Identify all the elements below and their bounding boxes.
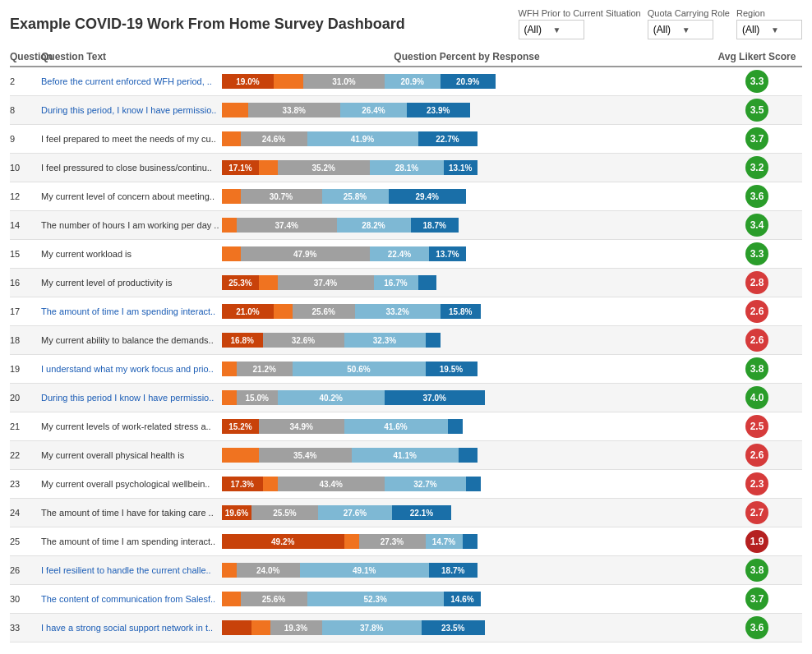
cell-score: 2.6 [712, 444, 802, 467]
col-header-score: Avg Likert Score [712, 51, 802, 62]
table-row: 30The content of communication from Sale… [10, 585, 802, 614]
cell-question-number: 14 [10, 220, 41, 230]
cell-question-number: 18 [10, 335, 41, 345]
bar-segment-3: 40.2% [278, 390, 385, 405]
cell-question-text: The amount of time I am spending interac… [41, 537, 222, 546]
bar-container: 30.7%25.8%29.4% [222, 189, 712, 204]
score-circle: 4.0 [745, 386, 768, 409]
cell-question-number: 24 [10, 508, 41, 518]
bar-segment-2: 32.6% [263, 333, 344, 348]
bar-segment-3: 32.7% [385, 477, 466, 491]
dashboard-title: Example COVID-19 Work From Home Survey D… [10, 16, 405, 33]
cell-score: 3.7 [712, 127, 802, 150]
filters-container: WFH Prior to Current Situation(All)▼Quot… [519, 8, 802, 39]
bar-segment-1 [344, 534, 359, 549]
score-circle: 2.5 [745, 415, 768, 438]
cell-chart: 24.6%41.9%22.7% [222, 131, 712, 147]
quota-filter-value: (All) [653, 24, 679, 35]
cell-question-number: 26 [10, 565, 41, 575]
bar-segment-3: 41.1% [352, 448, 459, 463]
cell-score: 2.5 [712, 415, 802, 438]
cell-chart: 19.6%25.5%27.6%22.1% [222, 504, 712, 521]
cell-question-number: 33 [10, 623, 41, 633]
bar-segment-4: 20.9% [441, 74, 496, 89]
bar-segment-1 [222, 103, 248, 117]
bar-segment-2: 30.7% [241, 189, 322, 204]
cell-chart: 21.2%50.6%19.5% [222, 361, 712, 377]
score-circle: 1.9 [745, 530, 768, 553]
cell-score: 4.0 [712, 386, 802, 409]
bar-segment-2: 25.5% [251, 505, 318, 520]
bar-segment-0: 16.8% [222, 333, 263, 348]
bar-segment-2: 15.0% [237, 390, 278, 405]
score-circle: 2.6 [745, 300, 768, 323]
bar-container: 21.2%50.6%19.5% [222, 362, 712, 376]
cell-question-text: My current overall psychological wellbei… [41, 479, 222, 489]
table-row: 16My current level of productivity is25.… [10, 269, 802, 297]
region-filter-select[interactable]: (All)▼ [736, 20, 802, 39]
bar-segment-3: 28.2% [337, 218, 411, 233]
bar-segment-2: 25.6% [241, 592, 307, 606]
bar-segment-4: 13.1% [444, 160, 478, 175]
bar-container: 33.8%26.4%23.9% [222, 103, 712, 117]
quota-filter-select[interactable]: (All)▼ [648, 20, 713, 39]
bar-segment-1 [259, 160, 278, 175]
table-row: 20During this period I know I have permi… [10, 384, 802, 412]
bar-container: 24.6%41.9%22.7% [222, 131, 712, 146]
cell-question-text: During this period, I know I have permis… [41, 105, 222, 115]
cell-question-number: 12 [10, 191, 41, 201]
cell-question-text: The amount of time I am spending interac… [41, 306, 222, 316]
score-circle: 3.5 [745, 99, 768, 122]
cell-question-text: I understand what my work focus and prio… [41, 364, 222, 374]
bar-segment-1 [263, 477, 278, 491]
bar-segment-4: 37.0% [385, 390, 485, 405]
score-circle: 3.2 [745, 156, 768, 179]
cell-question-number: 22 [10, 450, 41, 460]
bar-segment-3: 41.6% [344, 419, 448, 434]
cell-score: 3.2 [712, 156, 802, 179]
bar-container: 17.3%43.4%32.7% [222, 477, 712, 491]
cell-question-number: 2 [10, 76, 41, 86]
bar-segment-3: 27.6% [318, 505, 392, 520]
score-circle: 2.6 [745, 444, 768, 467]
table-row: 12My current level of concern about meet… [10, 182, 802, 211]
cell-score: 3.8 [712, 357, 802, 380]
bar-segment-4: 19.5% [426, 362, 478, 376]
cell-score: 2.8 [712, 271, 802, 294]
cell-chart: 30.7%25.8%29.4% [222, 188, 712, 205]
bar-segment-3: 20.9% [385, 74, 441, 89]
col-header-question-text: Question Text [41, 51, 222, 62]
cell-question-text: I feel prepared to meet the needs of my … [41, 134, 222, 144]
bar-segment-4: 14.6% [444, 592, 481, 606]
bar-segment-0: 19.0% [222, 74, 274, 89]
cell-chart: 16.8%32.6%32.3% [222, 332, 712, 348]
bar-segment-2: 24.0% [237, 563, 300, 578]
bar-segment-2: 47.9% [241, 246, 371, 261]
bar-segment-3: 14.7% [426, 534, 463, 549]
table-row: 9I feel prepared to meet the needs of my… [10, 125, 802, 154]
cell-chart: 33.8%26.4%23.9% [222, 102, 712, 118]
table-row: 14The number of hours I am working per d… [10, 211, 802, 240]
bar-segment-2: 19.3% [270, 620, 322, 635]
wfh-filter-select[interactable]: (All)▼ [519, 20, 584, 39]
cell-question-text: The content of communication from Salesf… [41, 594, 222, 604]
bar-segment-1 [251, 620, 270, 635]
region-filter-value: (All) [742, 24, 768, 35]
cell-chart: 15.2%34.9%41.6% [222, 418, 712, 435]
bar-segment-4 [466, 477, 481, 491]
chevron-down-icon: ▼ [771, 25, 796, 35]
cell-question-text: I have a strong social support network i… [41, 623, 222, 633]
cell-question-number: 10 [10, 163, 41, 173]
bar-segment-0: 49.2% [222, 534, 344, 549]
bar-container: 25.6%52.3%14.6% [222, 592, 712, 606]
cell-question-number: 30 [10, 594, 41, 604]
bar-segment-4: 23.5% [422, 620, 485, 635]
chevron-down-icon: ▼ [682, 25, 708, 35]
bar-segment-4: 18.7% [429, 563, 478, 578]
cell-question-text: My current ability to balance the demand… [41, 335, 222, 345]
table-row: 21My current levels of work-related stre… [10, 412, 802, 441]
bar-segment-1 [222, 218, 237, 233]
bar-segment-2: 24.6% [241, 131, 307, 146]
bar-container: 24.0%49.1%18.7% [222, 563, 712, 578]
bar-container: 35.4%41.1% [222, 448, 712, 463]
